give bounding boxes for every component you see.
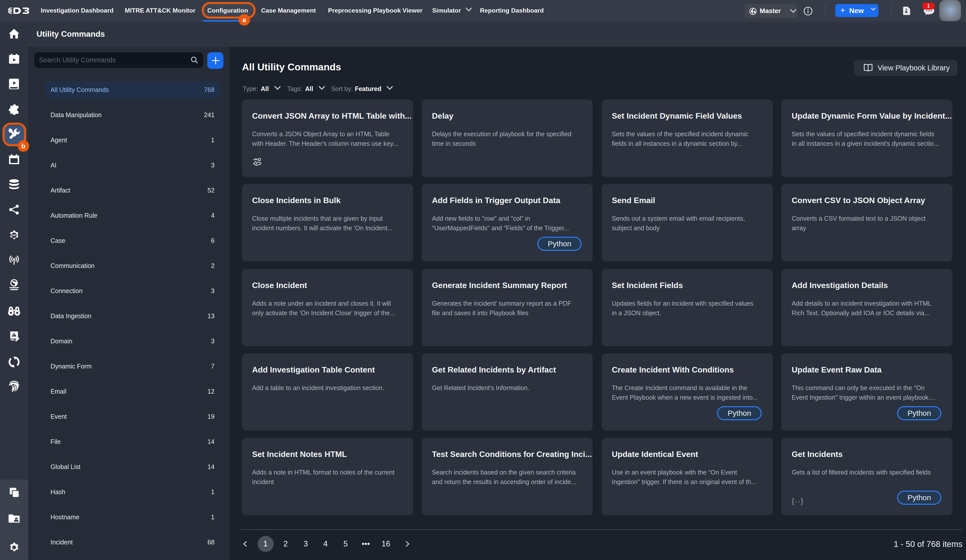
svg-text:API: API bbox=[12, 234, 16, 237]
